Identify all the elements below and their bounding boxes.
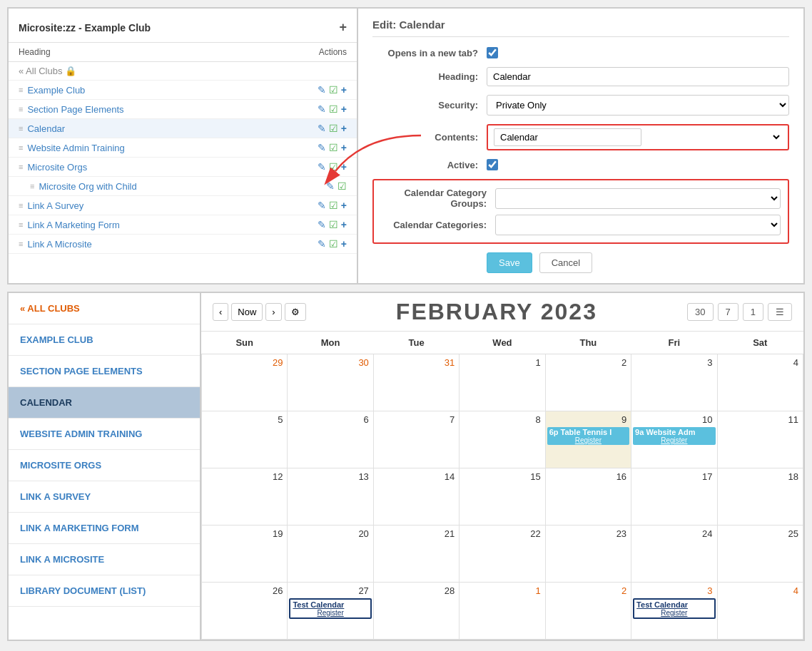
add-icon[interactable]: +: [341, 103, 347, 115]
next-button[interactable]: ›: [265, 303, 281, 321]
col-heading-label: Heading: [19, 47, 51, 57]
check-icon[interactable]: ☑: [329, 238, 338, 250]
nav-tree-add-button[interactable]: +: [339, 20, 347, 35]
day-cell: 2: [545, 583, 631, 640]
check-icon[interactable]: ☑: [338, 180, 347, 192]
cal-cat-row: Calendar Categories:: [381, 215, 781, 235]
event-register-link[interactable]: Register: [293, 609, 367, 617]
sidebar-item-link-marketing[interactable]: LINK A MARKETING FORM: [9, 513, 200, 544]
nav-item-website-admin[interactable]: ≡ Website Admin Training ✎ ☑ +: [9, 138, 357, 158]
view-1-button[interactable]: 1: [743, 303, 763, 321]
nav-item-link-survey[interactable]: ≡ Link A Survey ✎ ☑ +: [9, 196, 357, 215]
day-cell: 30: [288, 354, 373, 411]
sidebar-item-website-admin[interactable]: WEBSITE ADMIN TRAINING: [9, 419, 200, 450]
opens-new-tab-checkbox[interactable]: [487, 47, 498, 58]
check-icon[interactable]: ☑: [329, 200, 338, 211]
edit-icon[interactable]: ✎: [326, 180, 335, 192]
settings-button[interactable]: ⚙: [285, 303, 306, 321]
sidebar-item-microsite-orgs[interactable]: MICROSITE ORGS: [9, 450, 200, 481]
security-label: Security:: [372, 100, 487, 111]
add-icon[interactable]: +: [341, 219, 347, 230]
view-7-button[interactable]: 7: [718, 303, 739, 321]
nav-item-example-club[interactable]: ≡ Example Club ✎ ☑ +: [9, 81, 357, 100]
nav-item-link-marketing[interactable]: ≡ Link A Marketing Form ✎ ☑ +: [9, 215, 357, 235]
nav-item-microsite-org-child[interactable]: ≡ Microsite Org with Child ✎ ☑: [9, 177, 357, 196]
edit-icon[interactable]: ✎: [318, 238, 326, 250]
view-list-button[interactable]: ☰: [768, 303, 792, 321]
heading-input[interactable]: [487, 67, 789, 86]
event-block[interactable]: 9a Website Adm Register: [633, 427, 715, 445]
day-cell: 17: [631, 468, 717, 526]
nav-item-label: Section Page Elements: [27, 104, 123, 115]
contents-input[interactable]: [494, 128, 641, 146]
bottom-panel: « ALL CLUBS EXAMPLE CLUB SECTION PAGE EL…: [7, 292, 805, 641]
check-icon[interactable]: ☑: [329, 219, 338, 230]
check-icon[interactable]: ☑: [329, 161, 338, 173]
check-icon[interactable]: ☑: [329, 142, 338, 153]
nav-tree-title: Microsite:zz - Example Club: [19, 22, 151, 34]
event-register-link[interactable]: Register: [549, 436, 627, 444]
check-icon[interactable]: ☑: [329, 103, 338, 115]
day-number: 3: [633, 584, 715, 598]
day-number: 28: [375, 584, 457, 598]
day-number: 19: [203, 527, 285, 540]
col-mon: Mon: [288, 332, 373, 354]
check-icon[interactable]: ☑: [329, 123, 338, 134]
event-block[interactable]: Test Calendar Register: [633, 598, 715, 619]
add-icon[interactable]: +: [341, 123, 347, 134]
edit-icon[interactable]: ✎: [318, 161, 326, 173]
nav-item-all-clubs[interactable]: « All Clubs 🔒: [9, 62, 357, 81]
event-block[interactable]: 6p Table Tennis I Register: [547, 427, 629, 445]
calendar-top-bar: ‹ Now › ⚙ FEBRUARY 2023 30 7 1 ☰: [201, 293, 803, 332]
edit-icon[interactable]: ✎: [318, 142, 326, 153]
add-icon[interactable]: +: [341, 142, 347, 153]
nav-item-microsite-orgs[interactable]: ≡ Microsite Orgs ✎ ☑ +: [9, 158, 357, 177]
edit-icon[interactable]: ✎: [318, 123, 326, 134]
view-30-button[interactable]: 30: [687, 303, 713, 321]
contents-select[interactable]: [641, 131, 782, 143]
prev-button[interactable]: ‹: [213, 303, 228, 321]
add-icon[interactable]: +: [341, 238, 347, 250]
day-cell: 25: [717, 526, 803, 583]
add-icon[interactable]: +: [341, 161, 347, 173]
sidebar-item-calendar[interactable]: CALENDAR: [9, 387, 200, 419]
day-cell: 22: [460, 526, 545, 583]
check-icon[interactable]: ☑: [329, 84, 338, 96]
day-number: 11: [719, 413, 801, 426]
sidebar-item-example-club[interactable]: EXAMPLE CLUB: [9, 324, 200, 356]
add-icon[interactable]: +: [341, 84, 347, 96]
event-register-link[interactable]: Register: [635, 436, 713, 444]
day-number: 6: [289, 413, 371, 426]
sidebar-item-section-page[interactable]: SECTION PAGE ELEMENTS: [9, 356, 200, 387]
add-icon[interactable]: +: [341, 200, 347, 211]
edit-icon[interactable]: ✎: [318, 84, 326, 96]
col-tue: Tue: [373, 332, 459, 354]
day-number: 1: [461, 356, 543, 369]
cal-cat-select[interactable]: [495, 215, 781, 235]
drag-icon: ≡: [19, 220, 23, 229]
drag-icon: ≡: [19, 86, 23, 94]
event-register-link[interactable]: Register: [636, 609, 711, 617]
calendar-navigation: ‹ Now › ⚙: [213, 303, 306, 321]
sidebar-item-all-clubs[interactable]: « ALL CLUBS: [9, 293, 200, 324]
edit-icon[interactable]: ✎: [318, 219, 326, 230]
edit-icon[interactable]: ✎: [318, 103, 326, 115]
nav-item-calendar[interactable]: ≡ Calendar ✎ ☑ +: [9, 119, 357, 138]
sidebar-item-link-survey[interactable]: LINK A SURVEY: [9, 481, 200, 513]
cal-cat-label: Calendar Categories:: [381, 220, 495, 230]
sidebar-item-library-doc[interactable]: LIBRARY DOCUMENT (LIST): [9, 575, 200, 607]
active-checkbox[interactable]: [487, 159, 498, 170]
sidebar-item-link-microsite[interactable]: LINK A MICROSITE: [9, 544, 200, 575]
cal-cat-groups-select[interactable]: [495, 188, 781, 209]
edit-icon[interactable]: ✎: [318, 200, 326, 211]
cancel-button[interactable]: Cancel: [539, 252, 592, 273]
nav-item-label: Link A Survey: [27, 200, 83, 211]
event-block[interactable]: Test Calendar Register: [289, 598, 371, 619]
event-title: Test Calendar: [293, 600, 344, 609]
nav-item-section-page[interactable]: ≡ Section Page Elements ✎ ☑ +: [9, 100, 357, 119]
nav-item-link-microsite[interactable]: ≡ Link A Microsite ✎ ☑ +: [9, 235, 357, 254]
now-button[interactable]: Now: [231, 303, 263, 321]
save-button[interactable]: Save: [487, 252, 532, 273]
day-cell: 4: [717, 354, 803, 411]
security-select[interactable]: Private Only Public Members Only: [487, 95, 789, 116]
